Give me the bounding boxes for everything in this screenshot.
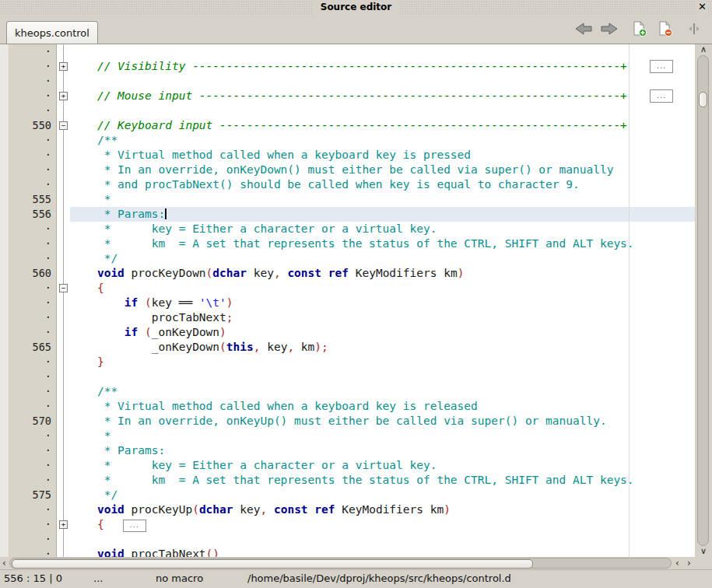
scroll-up-icon[interactable]: ∧ bbox=[695, 44, 712, 55]
code-line[interactable]: · * key = Either a character or a virtua… bbox=[0, 458, 695, 473]
current-code-line-text[interactable]: * Params: bbox=[70, 207, 695, 222]
code-line[interactable]: · void procKeyUp(dchar key, const ref Ke… bbox=[0, 502, 695, 517]
horizontal-scrollbar-track[interactable] bbox=[9, 558, 672, 569]
code-line[interactable]: · * Virtual method called when a keyboar… bbox=[0, 148, 695, 163]
code-line-text[interactable]: * In an override, onKeyUp() must either … bbox=[70, 414, 695, 429]
code-line[interactable]: ·+ // Visibility -----------------------… bbox=[0, 59, 695, 74]
code-line[interactable]: · /** bbox=[0, 133, 695, 148]
code-line-text[interactable]: * key = Either a character or a virtual … bbox=[70, 458, 695, 473]
code-line-text[interactable]: if (key ══ '\t') bbox=[70, 296, 695, 310]
tab-kheops-control[interactable]: kheops.control bbox=[6, 21, 98, 44]
code-line-text[interactable]: _onKeyDown(this, key, km); bbox=[70, 340, 695, 355]
fold-ellipsis-box[interactable]: ... bbox=[650, 89, 673, 103]
code-line[interactable]: 565 _onKeyDown(this, key, km); bbox=[0, 340, 695, 355]
code-line-text[interactable]: // Visibility --------------------------… bbox=[70, 59, 695, 74]
code-line[interactable]: · * bbox=[0, 429, 695, 443]
code-line[interactable]: · * Virtual method called when a keyboar… bbox=[0, 399, 695, 414]
fold-collapse-icon[interactable]: − bbox=[59, 121, 68, 130]
gutter-edge bbox=[0, 207, 9, 222]
code-line-text[interactable]: */ bbox=[70, 251, 695, 266]
code-line[interactable]: · void procTabNext() bbox=[0, 547, 695, 557]
code-line-text[interactable]: * Virtual method called when a keyboard … bbox=[70, 399, 695, 414]
window-titlebar[interactable]: Source editor ✕ bbox=[0, 0, 712, 14]
code-line-text[interactable]: void procTabNext() bbox=[70, 547, 695, 557]
nav-forward-button[interactable] bbox=[599, 19, 619, 38]
scroll-left-icon-2[interactable]: ‹ bbox=[675, 557, 679, 569]
code-line[interactable]: · bbox=[0, 74, 695, 89]
code-line[interactable]: · if (key ══ '\t') bbox=[0, 296, 695, 310]
code-line-text[interactable]: if (_onKeyDown) bbox=[70, 325, 695, 340]
code-line[interactable]: · * Params: bbox=[0, 443, 695, 458]
code-line[interactable]: · * and procTabNext() should be called w… bbox=[0, 177, 695, 192]
fold-expand-icon[interactable]: + bbox=[59, 520, 68, 529]
code-line[interactable]: ·− { bbox=[0, 281, 695, 296]
code-line[interactable]: ·+ // Mouse input ----------------------… bbox=[0, 89, 695, 103]
horizontal-scrollbar-thumb[interactable] bbox=[12, 559, 533, 569]
code-line-text[interactable]: * bbox=[70, 192, 695, 207]
code-line[interactable]: · bbox=[0, 103, 695, 118]
code-line[interactable]: · * km = A set that represents the statu… bbox=[0, 236, 695, 251]
fold-collapse-icon[interactable]: − bbox=[59, 284, 68, 292]
code-line-text[interactable]: // Mouse input -------------------------… bbox=[70, 89, 695, 103]
code-line[interactable]: 575 */ bbox=[0, 488, 695, 502]
fold-expand-icon[interactable]: + bbox=[59, 92, 68, 100]
code-line[interactable]: 550− // Keyboard input -----------------… bbox=[0, 118, 695, 133]
code-line-text[interactable] bbox=[70, 74, 695, 89]
code-line[interactable]: · * km = A set that represents the statu… bbox=[0, 473, 695, 488]
scroll-right-icon[interactable]: › bbox=[687, 557, 691, 569]
code-line[interactable]: · bbox=[0, 532, 695, 547]
code-line-text[interactable]: * key = Either a character or a virtual … bbox=[70, 222, 695, 236]
code-line[interactable]: 560 void procKeyDown(dchar key, const re… bbox=[0, 266, 695, 281]
code-line[interactable]: · */ bbox=[0, 251, 695, 266]
window-close-icon[interactable]: ✕ bbox=[696, 0, 708, 14]
scroll-left-icon[interactable]: ‹ bbox=[2, 557, 6, 569]
code-line-text[interactable] bbox=[70, 103, 695, 118]
code-line-text[interactable] bbox=[70, 532, 695, 547]
vertical-scrollbar-thumb[interactable] bbox=[699, 92, 707, 107]
code-line-text[interactable]: * km = A set that represents the status … bbox=[70, 236, 695, 251]
code-line-text[interactable] bbox=[70, 369, 695, 384]
nav-back-button[interactable] bbox=[573, 19, 594, 38]
code-line-text[interactable] bbox=[70, 44, 695, 59]
code-line-text[interactable]: // Keyboard input ----------------------… bbox=[70, 118, 695, 133]
fold-ellipsis-box[interactable]: ... bbox=[650, 60, 673, 73]
code-line[interactable]: · } bbox=[0, 355, 695, 369]
code-line-text[interactable]: procTabNext; bbox=[70, 310, 695, 325]
code-line[interactable]: · if (_onKeyDown) bbox=[0, 325, 695, 340]
code-line-text[interactable]: /** bbox=[70, 384, 695, 399]
code-line[interactable]: · bbox=[0, 369, 695, 384]
code-line[interactable]: · bbox=[0, 44, 695, 59]
code-line-text[interactable]: void procKeyUp(dchar key, const ref KeyM… bbox=[70, 502, 695, 517]
code-line-text[interactable]: * bbox=[70, 429, 695, 443]
fold-expand-icon[interactable]: + bbox=[59, 62, 68, 71]
vertical-scrollbar-track[interactable] bbox=[697, 55, 709, 546]
code-line-text[interactable]: } bbox=[70, 355, 695, 369]
vertical-scrollbar[interactable]: ∧ ∨ bbox=[695, 44, 712, 557]
code-line[interactable]: 555 * bbox=[0, 192, 695, 207]
code-line[interactable]: · procTabNext; bbox=[0, 310, 695, 325]
code-line[interactable]: · * In an override, onKeyDown() must eit… bbox=[0, 163, 695, 177]
code-line-text[interactable]: void procKeyDown(dchar key, const ref Ke… bbox=[70, 266, 695, 281]
code-line-text[interactable]: * Params: bbox=[70, 443, 695, 458]
fold-ellipsis-box[interactable]: ... bbox=[123, 520, 146, 532]
code-line[interactable]: 570 * In an override, onKeyUp() must eit… bbox=[0, 414, 695, 429]
code-line-text[interactable]: * In an override, onKeyDown() must eithe… bbox=[70, 163, 695, 177]
code-line-text[interactable]: * Virtual method called when a keyboard … bbox=[70, 148, 695, 163]
code-line[interactable]: ·+ {... bbox=[0, 517, 695, 532]
code-line-text[interactable]: */ bbox=[70, 488, 695, 502]
fold-gutter bbox=[56, 74, 70, 89]
code-line-text[interactable]: * km = A set that represents the status … bbox=[70, 473, 695, 488]
code-line[interactable]: · * key = Either a character or a virtua… bbox=[0, 222, 695, 236]
code-line-text[interactable]: { bbox=[70, 281, 695, 296]
code-line-text[interactable]: {... bbox=[70, 517, 695, 532]
horizontal-scrollbar[interactable]: ‹ ‹ › bbox=[0, 557, 712, 569]
code-editor[interactable]: ··+ // Visibility ----------------------… bbox=[0, 44, 695, 557]
close-document-button[interactable] bbox=[655, 19, 675, 38]
code-line[interactable]: 556 * Params: bbox=[0, 207, 695, 222]
code-line[interactable]: · /** bbox=[0, 384, 695, 399]
scroll-down-icon[interactable]: ∨ bbox=[695, 546, 712, 557]
split-view-button[interactable] bbox=[684, 19, 704, 38]
new-document-button[interactable] bbox=[630, 19, 650, 38]
code-line-text[interactable]: /** bbox=[70, 133, 695, 148]
code-line-text[interactable]: * and procTabNext() should be called whe… bbox=[70, 177, 695, 192]
